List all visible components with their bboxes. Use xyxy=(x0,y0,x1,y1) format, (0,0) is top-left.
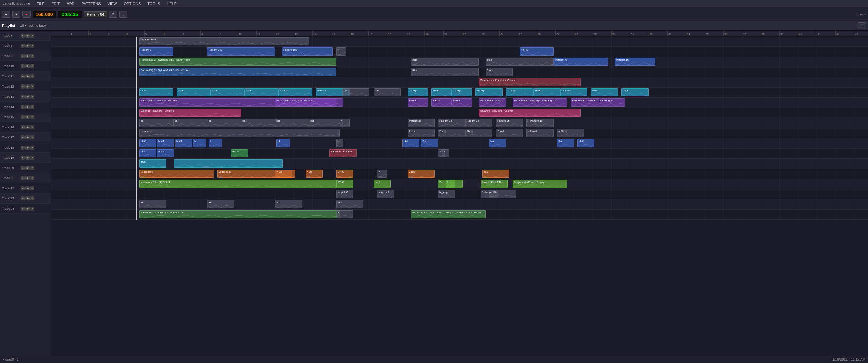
track-btn-10-1[interactable]: ▶ xyxy=(25,64,30,68)
track-btn-22-1[interactable]: ▶ xyxy=(25,186,30,190)
track-btn-11-1[interactable]: ▶ xyxy=(25,74,30,78)
pattern-block-43[interactable]: osl xyxy=(173,119,207,127)
pattern-block-40[interactable]: Balance - saw arp - Volume xyxy=(139,109,241,117)
bpm-display[interactable]: 160.000 xyxy=(33,11,56,18)
menu-edit[interactable]: EDIT xyxy=(50,2,61,6)
pattern-block-14[interactable]: Balance - shifty sine - Volume xyxy=(479,78,581,86)
pattern-block-76[interactable]: Balance - Volume xyxy=(329,149,357,157)
pattern-block-48[interactable]: × xyxy=(340,119,350,127)
pattern-block-12[interactable]: 82s xyxy=(411,68,479,76)
pattern-block-103[interactable]: 3c xyxy=(275,200,302,208)
track-btn-24-2[interactable]: ✕ xyxy=(30,207,34,211)
track-btn-20-1[interactable]: ▶ xyxy=(25,166,30,170)
track-btn-13-2[interactable]: ✕ xyxy=(30,95,34,99)
pattern-block-61[interactable]: bl #1 xyxy=(139,139,156,147)
track-btn-21-2[interactable]: ✕ xyxy=(30,176,34,180)
track-btn-17-1[interactable]: ▶ xyxy=(25,135,30,139)
track-btn-12-2[interactable]: ✕ xyxy=(30,84,34,89)
menu-view[interactable]: VIEW xyxy=(106,2,119,6)
pattern-block-60[interactable]: × 2bosl xyxy=(557,129,584,137)
pattern-block-75[interactable]: Ba #2 xyxy=(231,149,248,157)
menu-tools[interactable]: TOOLS xyxy=(146,2,161,6)
pattern-block-100[interactable]: ccl1b xyxy=(489,190,516,198)
menu-options[interactable]: OPTIONS xyxy=(123,2,142,6)
metronome-button[interactable]: ♩ xyxy=(119,11,127,18)
track-btn-11-2[interactable]: ✕ xyxy=(30,74,34,78)
pattern-block-62[interactable]: bl #1 xyxy=(157,139,174,147)
track-btn-22-0[interactable]: ● xyxy=(21,186,25,190)
track-btn-23-2[interactable]: ✕ xyxy=(30,196,34,200)
track-btn-8-1[interactable]: ▶ xyxy=(25,44,30,48)
pattern-block-55[interactable]: 2bosl xyxy=(408,129,435,137)
track-btn-15-1[interactable]: ▶ xyxy=(25,115,30,119)
track-btn-16-1[interactable]: ▶ xyxy=(25,125,30,129)
track-btn-19-0[interactable]: ● xyxy=(21,156,25,160)
track-row-16[interactable]: ...patterns...2bosl2bosl2bosl2bosl× 2bos… xyxy=(51,128,868,138)
pattern-block-41[interactable]: Balance - saw arp - Volume xyxy=(479,109,581,117)
menu-file[interactable]: FILE xyxy=(35,2,46,6)
pattern-block-74[interactable]: bl #3 xyxy=(157,149,174,157)
track-row-17[interactable]: bl #1bl #1bl #1blblbl×dbt2bhbkr3krbl #1 xyxy=(51,138,868,149)
record-button[interactable]: ● xyxy=(22,11,31,18)
pattern-block-95[interactable]: fswpk - ModEnv 1 Decay xyxy=(513,180,567,188)
track-btn-20-2[interactable]: ✕ xyxy=(30,166,34,170)
pattern-block-38[interactable]: PanOMatic - saw arp - Panning #2 xyxy=(513,98,567,107)
track-btn-17-2[interactable]: ✕ xyxy=(30,135,34,139)
track-btn-15-0[interactable]: ● xyxy=(21,115,25,119)
pattern-block-67[interactable]: × xyxy=(336,139,343,147)
track-row-10[interactable]: Param EQ 2 - Sylenth1 #10 - Band 1 freq8… xyxy=(51,67,868,77)
pattern-block-86[interactable]: × xyxy=(377,170,387,178)
pattern-block-94[interactable]: fswpk - Env 1 Decay xyxy=(481,180,508,188)
track-btn-9-1[interactable]: ▶ xyxy=(25,54,30,58)
pattern-block-69[interactable]: 2bh xyxy=(421,139,438,147)
track-btn-7-1[interactable]: ▶ xyxy=(25,34,30,38)
track-row-7[interactable]: damper_test xyxy=(51,37,868,47)
pattern-block-45[interactable]: osl xyxy=(241,119,275,127)
pattern-block-25[interactable]: 7b arp xyxy=(452,88,472,96)
pattern-block-107[interactable]: Param EQ 2 - saw - Band 7 freq #2 / Para… xyxy=(411,210,486,218)
track-row-24[interactable]: Param EQ 2 - saw pad - Band 7 freq×Param… xyxy=(51,210,868,220)
pattern-block-83[interactable]: × 2s xyxy=(275,170,292,178)
track-btn-22-2[interactable]: ✕ xyxy=(30,186,34,190)
pattern-block-52[interactable]: Pattern 35 xyxy=(496,119,523,127)
menu-help[interactable]: HELP xyxy=(165,2,178,6)
track-btn-21-0[interactable]: ● xyxy=(21,176,25,180)
track-row-22[interactable]: sarpU #3sarpU - 1bl_cap3bl capccl1b xyxy=(51,189,868,199)
pattern-block-73[interactable]: bl #1 xyxy=(139,149,156,157)
pattern-block-98[interactable]: bl_cap xyxy=(438,190,455,198)
track-btn-19-1[interactable]: ▶ xyxy=(25,156,30,160)
pattern-block-47[interactable]: osl xyxy=(309,119,343,127)
pattern-block-79[interactable]: 3wet xyxy=(139,159,166,168)
pattern-block-57[interactable]: 2bosl xyxy=(465,129,492,137)
stop-button[interactable]: ■ xyxy=(12,11,20,18)
track-btn-7-0[interactable]: ● xyxy=(21,34,25,38)
pattern-block-80[interactable] xyxy=(174,159,283,168)
pattern-block-93[interactable]: 2i xyxy=(446,180,463,188)
pattern-block-85[interactable]: 2T #2 xyxy=(336,170,353,178)
pattern-block-63[interactable]: bl #1 xyxy=(175,139,192,147)
pattern-block-7[interactable]: osia xyxy=(411,58,479,66)
track-btn-14-1[interactable]: ▶ xyxy=(25,105,30,109)
pattern-block-21[interactable]: darp xyxy=(342,88,369,96)
pattern-block-24[interactable]: 7b arp xyxy=(431,88,452,96)
track-btn-12-0[interactable]: ● xyxy=(21,84,25,89)
pattern-block-105[interactable]: Param EQ 2 - saw pad - Band 7 freq xyxy=(139,210,340,218)
pattern-block-51[interactable]: Pattern 35 xyxy=(465,119,492,127)
track-row-19[interactable]: 3wet xyxy=(51,159,868,169)
track-row-9[interactable]: Param EQ 2 - Sylenth1 #10 - Band 7 freqo… xyxy=(51,57,868,67)
tracks-content[interactable]: damper_testPattern 1Pattern 100Pattern 1… xyxy=(51,37,868,356)
pattern-block-70[interactable]: bkr xyxy=(489,139,506,147)
pattern-block-22[interactable]: darp xyxy=(374,88,401,96)
pattern-block-34[interactable]: Pan 3 xyxy=(408,98,428,107)
pattern-block-6[interactable]: Param EQ 2 - Sylenth1 #10 - Band 7 freq xyxy=(139,58,336,66)
pattern-block-101[interactable]: 3c xyxy=(139,200,166,208)
pattern-block-26[interactable]: 7b arp xyxy=(475,88,503,96)
track-btn-16-0[interactable]: ● xyxy=(21,125,25,129)
pattern-block-58[interactable]: 2bosl xyxy=(496,129,523,137)
pattern-block-66[interactable]: bl xyxy=(276,139,290,147)
pattern-block-30[interactable]: osia xyxy=(591,88,618,96)
track-row-11[interactable]: Balance - shifty sine - Volume xyxy=(51,77,868,88)
pattern-block-35[interactable]: Pan 3 xyxy=(431,98,452,107)
pattern-block-9[interactable]: Pattern 78 xyxy=(554,58,608,66)
track-btn-9-0[interactable]: ● xyxy=(21,54,25,58)
